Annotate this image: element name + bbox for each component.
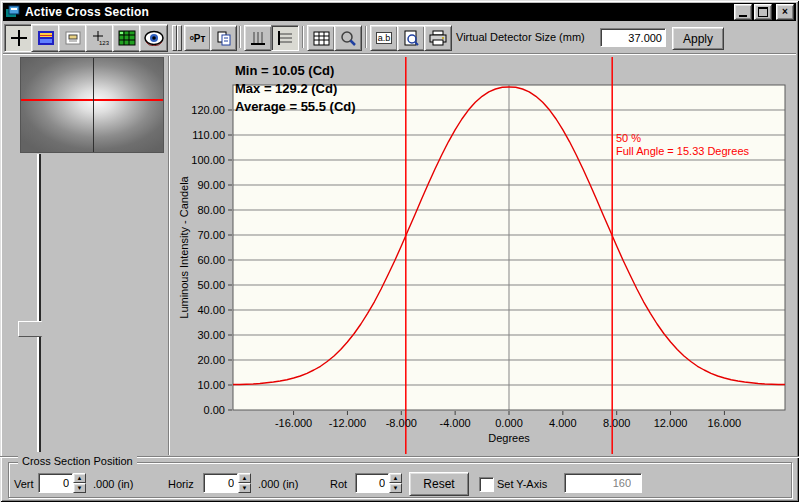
- point-profile-tool-button[interactable]: ᵒPᴛ: [184, 25, 211, 51]
- svg-text:40.00: 40.00: [197, 304, 225, 316]
- svg-text:-4.000: -4.000: [440, 417, 471, 429]
- svg-text:10.00: 10.00: [197, 379, 225, 391]
- arrow-up-icon: ▲: [393, 475, 399, 481]
- crosshair-tool-button[interactable]: [4, 24, 33, 52]
- beam-profile-thumbnail[interactable]: [20, 57, 164, 153]
- app-window: Active Cross Section × 123 ᵒPᴛ: [0, 0, 799, 502]
- cross-section-vertical-marker[interactable]: [93, 58, 94, 152]
- svg-text:110.00: 110.00: [192, 129, 225, 141]
- horiz-unit-label: .000 (in): [258, 478, 298, 490]
- rot-spin-down[interactable]: ▼: [389, 483, 402, 493]
- crosshair-icon: [10, 29, 28, 47]
- maximize-icon: [758, 7, 768, 17]
- vert-input[interactable]: [38, 473, 73, 493]
- horiz-input[interactable]: [203, 473, 238, 493]
- chart-plot[interactable]: -16.000-12.000-8.000-4.0000.0004.0008.00…: [172, 56, 792, 455]
- green-grid-tool-button[interactable]: [112, 24, 141, 52]
- beam-display-tool-button[interactable]: [31, 24, 60, 52]
- panel-separator: [168, 56, 170, 455]
- rot-input[interactable]: [355, 473, 389, 493]
- svg-text:Degrees: Degrees: [488, 432, 530, 444]
- horiz-spin-up[interactable]: ▲: [238, 473, 251, 483]
- svg-text:80.00: 80.00: [197, 204, 225, 216]
- horiz-spin-down[interactable]: ▼: [238, 483, 251, 493]
- svg-text:12.000: 12.000: [654, 417, 688, 429]
- apply-button[interactable]: Apply: [672, 27, 724, 50]
- svg-text:Luminous Intensity - Candela: Luminous Intensity - Candela: [178, 175, 190, 318]
- detector-size-input[interactable]: [600, 28, 666, 47]
- vert-spin-down[interactable]: ▼: [73, 483, 86, 493]
- svg-text:20.00: 20.00: [197, 354, 225, 366]
- copy-icon: [216, 30, 232, 46]
- set-y-axis-label: Set Y-Axis: [497, 478, 547, 490]
- arrow-down-icon: ▼: [77, 485, 83, 491]
- rot-label: Rot: [330, 478, 347, 490]
- arrow-up-icon: ▲: [242, 475, 248, 481]
- svg-text:100.00: 100.00: [191, 154, 225, 166]
- vert-spinner: ▲ ▼: [73, 473, 86, 493]
- svg-text:70.00: 70.00: [197, 229, 225, 241]
- svg-text:90.00: 90.00: [197, 179, 225, 191]
- group-label: Cross Section Position: [18, 455, 137, 467]
- eye-tool-button[interactable]: [139, 24, 168, 52]
- table-grid-tool-button[interactable]: [307, 25, 335, 51]
- toolbar-separator: [239, 26, 241, 48]
- arrow-down-icon: ▼: [393, 485, 399, 491]
- toolbar-grip[interactable]: [177, 25, 182, 51]
- set-y-axis-checkbox[interactable]: [479, 477, 494, 492]
- cross-section-chart[interactable]: -16.000-12.000-8.000-4.0000.0004.0008.00…: [172, 56, 792, 455]
- titlebar[interactable]: Active Cross Section ×: [3, 3, 796, 21]
- y-axis-max-input[interactable]: [564, 473, 642, 493]
- svg-text:60.00: 60.00: [197, 254, 225, 266]
- horiz-label: Horiz: [168, 478, 194, 490]
- zoom-tool-button[interactable]: [334, 25, 362, 51]
- rot-spin-up[interactable]: ▲: [389, 473, 402, 483]
- minimize-button[interactable]: [734, 4, 752, 20]
- position-readout-icon: 123: [91, 30, 109, 46]
- app-icon: [5, 5, 21, 19]
- horiz-spinner: ▲ ▼: [238, 473, 251, 493]
- horizontal-profile-icon: [276, 30, 294, 46]
- toolbar-separator: [365, 26, 367, 48]
- toolbar-bottom-separator: [3, 53, 796, 55]
- window-title: Active Cross Section: [25, 5, 732, 19]
- vertical-profile-tool-button[interactable]: [244, 25, 272, 51]
- svg-text:-8.000: -8.000: [386, 417, 417, 429]
- svg-text:0.000: 0.000: [495, 417, 523, 429]
- close-button[interactable]: ×: [776, 4, 794, 20]
- horizontal-profile-tool-button[interactable]: [271, 25, 299, 51]
- svg-text:123: 123: [99, 40, 109, 46]
- printer-icon: [429, 30, 447, 46]
- svg-text:-12.000: -12.000: [329, 417, 366, 429]
- vertical-profile-icon: [249, 30, 267, 46]
- eye-icon: [144, 30, 164, 46]
- svg-text:8.000: 8.000: [603, 417, 631, 429]
- svg-text:16.000: 16.000: [708, 417, 742, 429]
- detector-size-label: Virtual Detector Size (mm): [456, 31, 585, 43]
- svg-text:30.00: 30.00: [197, 329, 225, 341]
- pt-icon: ᵒPᴛ: [190, 33, 206, 44]
- label-ab-tool-button[interactable]: a.b: [370, 25, 398, 51]
- copy-tool-button[interactable]: [210, 25, 237, 51]
- cross-section-horizontal-marker[interactable]: [21, 99, 163, 101]
- reset-button[interactable]: Reset: [409, 472, 469, 496]
- arrow-up-icon: ▲: [77, 475, 83, 481]
- green-grid-icon: [118, 30, 136, 46]
- panel-tool-button[interactable]: [58, 24, 87, 52]
- vert-spin-up[interactable]: ▲: [73, 473, 86, 483]
- print-tool-button[interactable]: [424, 25, 452, 51]
- zoom-icon: [339, 30, 357, 47]
- svg-text:-16.000: -16.000: [275, 417, 312, 429]
- vert-unit-label: .000 (in): [93, 478, 133, 490]
- rot-spinner: ▲ ▼: [389, 473, 402, 493]
- arrow-down-icon: ▼: [242, 485, 248, 491]
- vertical-slider-thumb[interactable]: [18, 321, 51, 337]
- vertical-slider-track[interactable]: [39, 154, 41, 452]
- svg-text:120.00: 120.00: [191, 104, 225, 116]
- panel-icon: [64, 30, 82, 46]
- table-grid-icon: [313, 31, 330, 46]
- position-readout-tool-button[interactable]: 123: [85, 24, 114, 52]
- maximize-button[interactable]: [754, 4, 772, 20]
- svg-text:4.000: 4.000: [549, 417, 577, 429]
- print-preview-tool-button[interactable]: [397, 25, 425, 51]
